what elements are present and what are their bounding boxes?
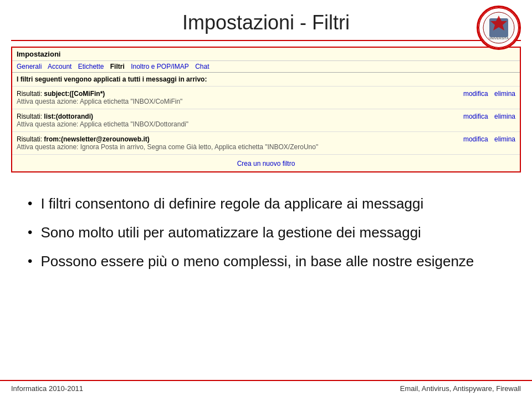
filter-2-subject: Risultati: list:(dottorandi) xyxy=(17,113,427,120)
main-content: Impostazioni Generali Account Etichette … xyxy=(0,47,532,292)
settings-section-title: Impostazioni xyxy=(12,48,520,61)
filters-table: Risultati: subject:([CoMiFin*) Attiva qu… xyxy=(12,87,520,171)
filter-3-actions: modifica elimina xyxy=(432,132,520,155)
filter-section-header: I filtri seguenti vengono applicati a tu… xyxy=(12,73,520,87)
filter-1-subject-value: subject:([CoMiFin*) xyxy=(44,90,105,98)
filter-1-action: Attiva questa azione: Applica etichetta … xyxy=(17,98,427,105)
university-logo: UNIVERSITÀ xyxy=(477,6,521,50)
filter-2-action-label: Attiva questa azione: xyxy=(17,120,80,128)
filter-3-elimina[interactable]: elimina xyxy=(494,135,515,143)
filter-2-action: Attiva questa azione: Applica etichetta … xyxy=(17,120,427,128)
filter-3-action-label: Attiva questa azione: xyxy=(17,143,80,151)
table-row: Risultati: subject:([CoMiFin*) Attiva qu… xyxy=(12,87,520,109)
header-divider xyxy=(11,40,521,41)
filter-1-actions: modifica elimina xyxy=(432,87,520,109)
table-row: Risultati: list:(dottorandi) Attiva ques… xyxy=(12,109,520,132)
footer-right: Email, Antivirus, Antispyware, Firewall xyxy=(400,384,521,393)
create-filter-cell: Crea un nuovo filtro xyxy=(12,155,520,172)
nav-chat[interactable]: Chat xyxy=(195,63,209,70)
filter-1-modifica[interactable]: modifica xyxy=(463,90,488,98)
filter-2-modifica[interactable]: modifica xyxy=(463,113,488,120)
bullets-section: • I filtri consentono di definire regole… xyxy=(11,184,521,292)
bullet-text-2: Sono molto utili per automatizzare la ge… xyxy=(40,224,421,242)
filter-1-info: Risultati: subject:([CoMiFin*) Attiva qu… xyxy=(12,87,432,109)
filter-2-info: Risultati: list:(dottorandi) Attiva ques… xyxy=(12,109,432,132)
bullet-text-3: Possono essere più o meno complessi, in … xyxy=(40,252,474,271)
page-header: Impostazioni - Filtri UNIVERSITÀ xyxy=(0,0,532,40)
filter-3-subject: Risultati: from:(newsletter@zerounoweb.i… xyxy=(17,135,427,143)
filter-1-action-label: Attiva questa azione: xyxy=(17,98,80,105)
settings-nav: Generali Account Etichette Filtri Inoltr… xyxy=(12,61,520,73)
nav-generali[interactable]: Generali xyxy=(17,63,42,70)
filter-3-info: Risultati: from:(newsletter@zerounoweb.i… xyxy=(12,132,432,155)
nav-inoltro[interactable]: Inoltro e POP/IMAP xyxy=(131,63,189,70)
bullet-item-1: • I filtri consentono di definire regole… xyxy=(28,195,504,214)
table-row: Risultati: from:(newsletter@zerounoweb.i… xyxy=(12,132,520,155)
logo-circle: UNIVERSITÀ xyxy=(477,6,521,50)
nav-account[interactable]: Account xyxy=(48,63,71,70)
nav-filtri-active: Filtri xyxy=(110,63,125,70)
bullet-dot-2: • xyxy=(28,225,32,240)
svg-text:UNIVERSITÀ: UNIVERSITÀ xyxy=(489,37,509,40)
page-footer: Informatica 2010-2011 Email, Antivirus, … xyxy=(0,380,532,396)
filter-2-elimina[interactable]: elimina xyxy=(494,113,515,120)
bullet-item-3: • Possono essere più o meno complessi, i… xyxy=(28,252,504,271)
filter-3-subject-label: Risultati: xyxy=(17,135,44,143)
filter-1-subject: Risultati: subject:([CoMiFin*) xyxy=(17,90,427,98)
filter-1-elimina[interactable]: elimina xyxy=(494,90,515,98)
filter-3-modifica[interactable]: modifica xyxy=(463,135,488,143)
bullet-text-1: I filtri consentono di definire regole d… xyxy=(40,195,423,214)
filter-2-subject-label: Risultati: xyxy=(17,113,44,120)
filter-1-action-value: Applica etichetta "INBOX/CoMiFin" xyxy=(80,98,182,105)
bullet-dot-3: • xyxy=(28,253,32,269)
nav-etichette[interactable]: Etichette xyxy=(78,63,104,70)
filter-1-subject-label: Risultati: xyxy=(17,90,44,98)
filter-2-subject-value: list:(dottorandi) xyxy=(44,113,93,120)
filter-3-subject-value: from:(newsletter@zerounoweb.it) xyxy=(44,135,149,143)
bullet-item-2: • Sono molto utili per automatizzare la … xyxy=(28,224,504,242)
filter-2-action-value: Applica etichetta "INBOX/Dottorandi" xyxy=(80,120,188,128)
bullet-dot-1: • xyxy=(28,196,32,211)
filter-2-actions: modifica elimina xyxy=(432,109,520,132)
create-filter-row: Crea un nuovo filtro xyxy=(12,155,520,172)
page-title: Impostazioni - Filtri xyxy=(182,11,350,34)
settings-panel: Impostazioni Generali Account Etichette … xyxy=(11,47,521,172)
create-filter-link[interactable]: Crea un nuovo filtro xyxy=(237,160,295,167)
footer-left: Informatica 2010-2011 xyxy=(11,384,83,393)
filter-3-action: Attiva questa azione: Ignora Posta in ar… xyxy=(17,143,427,151)
filter-3-action-value: Ignora Posta in arrivo, Segna come Già l… xyxy=(80,143,318,151)
logo-svg: UNIVERSITÀ xyxy=(478,7,519,48)
